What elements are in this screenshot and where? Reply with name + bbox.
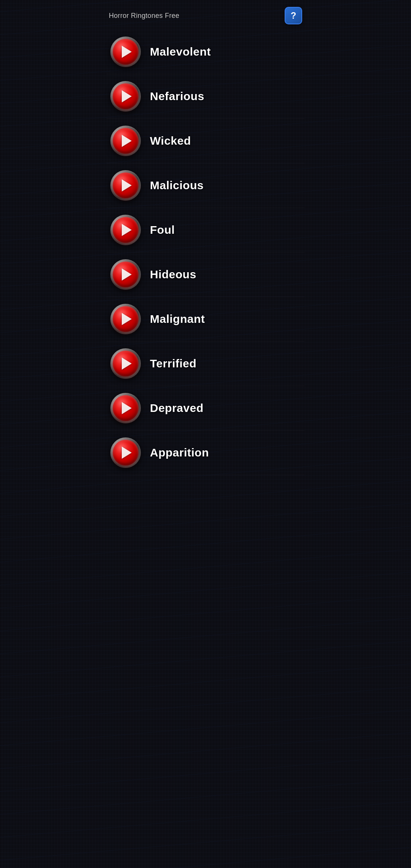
play-button[interactable] xyxy=(110,259,141,290)
play-triangle-icon xyxy=(122,224,132,236)
help-icon: ? xyxy=(291,11,296,20)
ringtone-name: Hideous xyxy=(150,268,196,281)
list-item[interactable]: Nefarious xyxy=(107,74,304,119)
list-item[interactable]: Wicked xyxy=(107,119,304,163)
ringtone-name: Depraved xyxy=(150,402,204,415)
play-button-inner xyxy=(113,395,139,421)
play-triangle-icon xyxy=(122,313,132,325)
list-item[interactable]: Malevolent xyxy=(107,30,304,74)
play-button[interactable] xyxy=(110,170,141,201)
list-item[interactable]: Malicious xyxy=(107,163,304,208)
ringtone-name: Malignant xyxy=(150,313,205,326)
app-header: Horror Ringtones Free ? xyxy=(103,0,308,30)
play-triangle-icon xyxy=(122,135,132,147)
play-triangle-icon xyxy=(122,90,132,102)
play-button-inner xyxy=(113,217,139,243)
ringtone-list: Malevolent Nefarious Wicked Malicious xyxy=(103,30,308,475)
ringtone-name: Nefarious xyxy=(150,90,204,103)
list-item[interactable]: Hideous xyxy=(107,252,304,297)
play-button-inner xyxy=(113,262,139,287)
play-triangle-icon xyxy=(122,268,132,281)
play-button[interactable] xyxy=(110,81,141,112)
play-button[interactable] xyxy=(110,304,141,334)
play-button-inner xyxy=(113,351,139,377)
play-button[interactable] xyxy=(110,348,141,379)
list-item[interactable]: Foul xyxy=(107,208,304,252)
play-triangle-icon xyxy=(122,447,132,459)
play-button[interactable] xyxy=(110,215,141,245)
play-triangle-icon xyxy=(122,46,132,58)
ringtone-name: Malicious xyxy=(150,179,204,192)
ringtone-name: Wicked xyxy=(150,134,191,147)
ringtone-name: Terrified xyxy=(150,357,196,370)
list-item[interactable]: Malignant xyxy=(107,297,304,341)
play-button[interactable] xyxy=(110,393,141,423)
play-button-inner xyxy=(113,128,139,154)
play-triangle-icon xyxy=(122,179,132,191)
list-item[interactable]: Depraved xyxy=(107,386,304,431)
app-title: Horror Ringtones Free xyxy=(109,12,179,20)
list-item[interactable]: Apparition xyxy=(107,431,304,475)
play-triangle-icon xyxy=(122,357,132,370)
play-button-inner xyxy=(113,83,139,109)
play-button[interactable] xyxy=(110,126,141,156)
play-button[interactable] xyxy=(110,37,141,67)
play-button-inner xyxy=(113,440,139,466)
play-button-inner xyxy=(113,172,139,198)
play-triangle-icon xyxy=(122,402,132,414)
ringtone-name: Foul xyxy=(150,223,175,236)
ringtone-name: Malevolent xyxy=(150,45,211,58)
play-button[interactable] xyxy=(110,437,141,468)
play-button-inner xyxy=(113,39,139,65)
play-button-inner xyxy=(113,306,139,332)
help-button[interactable]: ? xyxy=(285,7,302,24)
list-item[interactable]: Terrified xyxy=(107,341,304,386)
ringtone-name: Apparition xyxy=(150,446,209,459)
